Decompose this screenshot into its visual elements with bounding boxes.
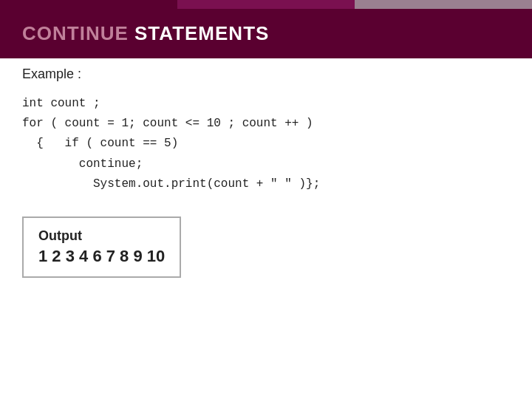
output-label: Output	[38, 228, 165, 244]
continue-label: CONTINUE	[22, 22, 129, 44]
example-label: Example :	[22, 66, 510, 82]
slide-container: CONTINUE STATEMENTS Example : int count …	[0, 0, 532, 399]
code-line-3: { if ( count == 5)	[22, 134, 510, 154]
bar-3	[355, 0, 532, 9]
top-bars	[0, 0, 532, 9]
code-block: int count ; for ( count = 1; count <= 10…	[22, 94, 510, 194]
bar-2	[177, 0, 355, 9]
code-line-2: for ( count = 1; count <= 10 ; count ++ …	[22, 114, 510, 134]
slide-title: CONTINUE STATEMENTS	[22, 22, 269, 44]
statements-label: STATEMENTS	[129, 22, 270, 44]
slide-header: CONTINUE STATEMENTS	[0, 9, 532, 58]
output-box: Output 1 2 3 4 6 7 8 9 10	[22, 216, 181, 278]
code-line-5: System.out.print(count + " " )};	[22, 174, 510, 194]
output-value: 1 2 3 4 6 7 8 9 10	[38, 247, 165, 266]
code-line-1: int count ;	[22, 94, 510, 114]
slide-content: Example : int count ; for ( count = 1; c…	[22, 66, 510, 384]
code-line-4: continue;	[22, 154, 510, 174]
bar-1	[0, 0, 177, 9]
